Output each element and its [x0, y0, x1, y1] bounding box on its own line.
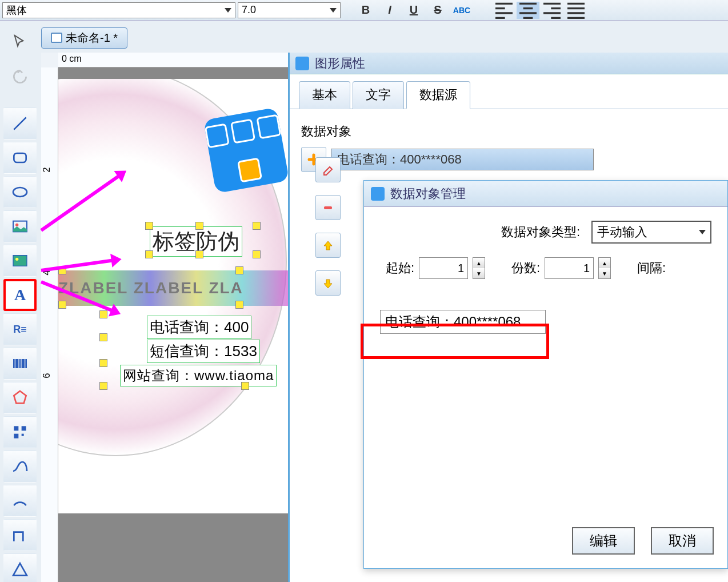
dialog-header[interactable]: 数据对象管理	[364, 181, 727, 207]
selection-handle[interactable]	[241, 382, 249, 390]
selection-handle[interactable]	[58, 301, 66, 309]
rounded-rect-tool[interactable]	[3, 142, 37, 174]
tool-palette: A R≡	[1, 25, 39, 582]
cancel-button[interactable]: 取消	[651, 527, 714, 555]
document-tab[interactable]: 未命名-1 *	[41, 27, 127, 49]
selection-handle[interactable]	[145, 250, 153, 258]
align-center-button[interactable]	[517, 2, 539, 19]
interval-label: 间隔:	[631, 260, 666, 277]
ruler-label: 0 cm	[62, 54, 82, 64]
selection-handle[interactable]	[99, 310, 107, 318]
edit-button[interactable]: 编辑	[572, 527, 635, 555]
svg-point-4	[15, 224, 18, 226]
remove-dataobj-button[interactable]	[315, 195, 341, 220]
start-label: 起始:	[380, 260, 414, 277]
data-object-item[interactable]: 电话查询：400****068	[331, 149, 594, 170]
align-right-button[interactable]	[541, 2, 563, 19]
font-family-select[interactable]: 黑体	[2, 2, 235, 18]
underline-button[interactable]: U	[402, 2, 425, 19]
qrcode-tool[interactable]	[3, 416, 37, 448]
bold-button[interactable]: B	[354, 2, 377, 19]
start-input[interactable]	[419, 257, 468, 279]
bezier-tool[interactable]	[3, 519, 37, 551]
svg-rect-11	[324, 206, 332, 209]
move-up-button[interactable]	[315, 233, 341, 258]
svg-point-2	[13, 188, 27, 197]
canvas-background[interactable]: 标签防伪 ZLABEL ZLABEL ZLA 电话查询：400 短信查询：153…	[58, 67, 288, 582]
horizontal-ruler: 0 cm	[58, 53, 288, 67]
font-size-value: 7.0	[242, 4, 256, 16]
document-tabs: 未命名-1 *	[41, 25, 728, 50]
richtext-tool[interactable]: R≡	[3, 313, 37, 345]
panel-header: 图形属性	[290, 53, 728, 74]
selection-handle[interactable]	[99, 359, 107, 367]
edit-dataobj-button[interactable]	[315, 157, 341, 182]
panel-icon	[295, 57, 309, 70]
curve-tool[interactable]	[3, 451, 37, 483]
align-justify-button[interactable]	[565, 2, 587, 19]
label-page[interactable]: 标签防伪 ZLABEL ZLABEL ZLA 电话查询：400 短信查询：153…	[58, 79, 288, 513]
selection-handle[interactable]	[235, 266, 243, 274]
font-color-button[interactable]: ABC	[450, 2, 473, 19]
selection-handle[interactable]	[99, 382, 107, 390]
svg-point-6	[15, 258, 18, 261]
count-input[interactable]	[545, 257, 594, 279]
ellipse-tool[interactable]	[3, 176, 37, 208]
strike-button[interactable]: S	[426, 2, 449, 19]
dropdown-icon	[225, 8, 231, 13]
line-tool[interactable]	[3, 107, 37, 139]
selection-handle[interactable]	[253, 250, 261, 258]
rotate-tool[interactable]	[3, 61, 37, 93]
sms-text[interactable]: 短信查询：1533	[147, 340, 260, 363]
website-text[interactable]: 网站查询：www.tiaoma	[120, 365, 277, 386]
dropdown-icon	[330, 8, 337, 13]
panel-title: 图形属性	[315, 55, 365, 72]
document-icon	[51, 33, 62, 43]
count-label: 份数:	[506, 260, 540, 277]
barcode-tool[interactable]	[3, 348, 37, 380]
svg-rect-9	[14, 434, 18, 439]
selection-handle[interactable]	[195, 250, 203, 258]
arc-tool[interactable]	[3, 485, 37, 517]
data-type-select[interactable]: 手动输入	[591, 221, 711, 244]
font-family-value: 黑体	[6, 3, 27, 17]
start-spinner[interactable]: ▲▼	[473, 257, 485, 279]
svg-rect-1	[14, 153, 26, 162]
font-size-select[interactable]: 7.0	[238, 2, 341, 18]
polygon-tool[interactable]	[3, 382, 37, 414]
document-tab-label: 未命名-1 *	[66, 30, 118, 46]
selection-handle[interactable]	[99, 333, 107, 341]
panel-tabs: 基本 文字 数据源	[290, 74, 728, 109]
selection-handle[interactable]	[235, 301, 243, 309]
selection-handle[interactable]	[253, 222, 261, 230]
svg-rect-10	[22, 434, 24, 436]
ruler-tick: 2	[42, 168, 52, 173]
triangle-tool[interactable]	[3, 553, 37, 582]
logo-badge[interactable]	[203, 107, 288, 194]
data-type-value: 手动输入	[597, 224, 647, 241]
text-tool[interactable]: A	[3, 279, 37, 311]
svg-rect-8	[22, 426, 26, 430]
italic-button[interactable]: I	[378, 2, 401, 19]
select-tool[interactable]	[3, 26, 37, 58]
ruler-tick: 6	[42, 373, 52, 378]
type-label: 数据对象类型:	[501, 224, 580, 241]
annotation-highlight	[361, 324, 549, 359]
count-spinner[interactable]: ▲▼	[598, 257, 611, 279]
dialog-icon	[371, 187, 385, 201]
tab-basic[interactable]: 基本	[299, 81, 350, 109]
image-tool[interactable]	[3, 210, 37, 242]
canvas-area: 0 cm 2 4 6 标签防伪 ZLABEL ZLABEL ZLA 电话查询：4…	[41, 53, 288, 582]
tab-text[interactable]: 文字	[353, 81, 404, 109]
svg-rect-5	[13, 256, 27, 266]
selection-handle[interactable]	[145, 222, 153, 230]
format-toolbar: 黑体 7.0 B I U S ABC	[0, 0, 728, 21]
section-label-dataobj: 数据对象	[301, 123, 717, 140]
svg-line-0	[14, 117, 26, 129]
move-down-button[interactable]	[315, 270, 341, 296]
picture-tool[interactable]	[3, 245, 37, 277]
tab-datasource[interactable]: 数据源	[406, 81, 470, 109]
selection-handle[interactable]	[195, 222, 203, 230]
phone-text[interactable]: 电话查询：400	[147, 316, 251, 339]
align-left-button[interactable]	[493, 2, 515, 19]
